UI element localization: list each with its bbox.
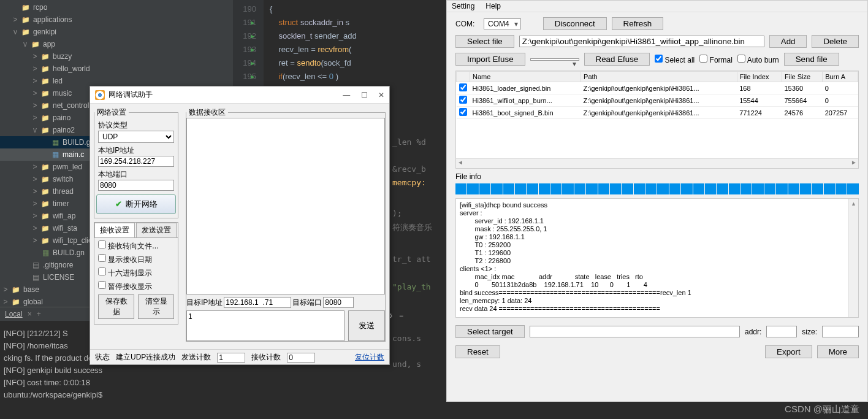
chk-forward-file[interactable]: 接收转向文件... [98,240,174,252]
clear-display-button[interactable]: 清空显示 [138,294,174,319]
row-checkbox[interactable] [459,96,467,104]
disconnect-button[interactable]: ✔断开网络 [96,194,176,214]
table-row[interactable]: Hi3861_boot_signed_B.binZ:\genkipi\out\g… [457,107,858,119]
tree-folder[interactable]: >applications [0,13,233,26]
table-row[interactable]: Hi3861_loader_signed.binZ:\genkipi\out\g… [457,82,858,94]
efuse-select[interactable] [530,58,579,61]
folder-icon [40,64,50,73]
chevron-icon: v [22,40,28,48]
read-efuse-button[interactable]: Read Efuse [584,53,650,66]
close-icon[interactable]: ✕ [378,91,384,99]
export-button[interactable]: Export [765,345,812,358]
folder-icon [40,175,50,183]
add-tab-icon[interactable]: + [37,310,41,318]
window-titlebar[interactable]: 网络调试助手 — ☐ ✕ [90,86,389,104]
table-row[interactable]: Hi3861_wifiiot_app_burn...Z:\genkipi\out… [457,94,858,107]
tree-label: paino [53,113,70,122]
chevron-icon: > [32,175,38,183]
row-checkbox[interactable] [459,83,467,91]
reset-counter-link[interactable]: 复位计数 [355,352,384,363]
recv-area-group: 数据接收区 目标IP地址 目标端口 1 发送 [186,107,386,342]
tree-folder[interactable]: >led [0,75,233,87]
v-scrollbar[interactable] [848,199,858,317]
code-area[interactable]: { struct sockaddr_in s socklen_t sender_… [270,0,447,83]
chevron-icon: > [32,224,38,233]
select-all-checkbox[interactable]: Select all [655,55,695,64]
folder-icon [40,163,50,171]
recv-count [287,353,315,363]
close-tab-icon[interactable]: × [28,310,32,318]
minus-icon[interactable]: − [399,312,403,320]
local-tab[interactable]: Local [5,310,23,318]
tree-label: led [53,77,63,85]
code-fragment: tr_t att [392,255,431,264]
tree-label: app [43,40,55,48]
local-ip-input[interactable] [98,156,174,167]
chevron-icon: > [2,298,9,306]
target-input[interactable] [530,326,740,337]
tree-folder[interactable]: vapp [0,38,233,50]
code-fragment: 符演奏音乐 [392,222,432,233]
delete-button[interactable]: Delete [812,35,859,48]
folder-icon [21,28,31,36]
formal-checkbox[interactable]: Formal [699,55,733,64]
tab-send-settings[interactable]: 发送设置 [136,223,177,237]
add-button[interactable]: Add [769,35,807,48]
select-file-button[interactable]: Select file [455,35,514,48]
tab-recv-settings[interactable]: 接收设置 [94,223,135,237]
minimize-icon[interactable]: — [343,91,350,99]
tree-label: genkipi [33,28,56,36]
chk-hex-display[interactable]: 十六进制显示 [98,267,174,279]
refresh-button[interactable]: Refresh [612,17,664,30]
tree-folder[interactable]: rcpo [0,1,233,13]
table-header[interactable]: Name [470,72,581,82]
folder-icon [11,285,21,294]
local-port-input[interactable] [98,180,174,191]
code-fragment: memcpy: [392,178,426,187]
protocol-select[interactable]: UDP [98,131,174,143]
row-checkbox[interactable] [459,108,467,116]
recv-textarea[interactable] [186,118,385,294]
tree-folder[interactable]: vgenkipi [0,26,233,38]
network-settings-group: 网络设置 协议类型 UDP 本地IP地址 本地端口 ✔断开网络 [94,107,178,218]
dest-port-input[interactable] [323,297,354,308]
size-input[interactable] [822,326,859,337]
table-header[interactable]: File Size [782,72,823,82]
menu-setting[interactable]: Setting [452,2,474,10]
folder-icon [11,298,21,306]
chk-show-date[interactable]: 显示接收日期 [98,254,174,265]
folder-icon [40,236,50,245]
tree-label: BUILD.gn [53,248,85,257]
chk-pause-recv[interactable]: 暂停接收显示 [98,281,174,292]
table-header[interactable]: Path [581,72,737,82]
addr-input[interactable] [766,326,797,337]
send-button[interactable]: 发送 [348,310,385,341]
tree-folder[interactable]: >buzzy [0,50,233,63]
table-header[interactable]: Burn A [823,72,858,82]
send-textarea[interactable]: 1 [186,310,345,341]
dest-ip-input[interactable] [224,297,291,308]
send-file-button[interactable]: Send file [784,53,839,66]
auto-burn-checkbox[interactable]: Auto burn [737,55,779,64]
tree-label: music [53,89,72,98]
tree-label: buzzy [53,52,72,61]
tree-label: base [23,285,39,294]
more-button[interactable]: More [817,345,859,358]
select-target-button[interactable]: Select target [455,325,525,338]
save-data-button[interactable]: 保存数据 [98,294,134,319]
table-header[interactable]: File Index [737,72,782,82]
folder-icon [40,113,50,122]
code-fragment: &recv_b [392,164,426,174]
log-output[interactable]: [wifi_sta]dhcp bound success server : se… [455,198,859,318]
tree-folder[interactable]: >hello_world [0,63,233,75]
file-path-input[interactable] [519,36,764,47]
reset-button[interactable]: Reset [455,345,500,358]
menu-help[interactable]: Help [485,2,501,10]
com-select[interactable]: COM4 [484,18,521,29]
table-header[interactable] [457,72,470,82]
h-scrollbar[interactable] [456,158,858,168]
file-table[interactable]: NamePathFile IndexFile SizeBurn AHi3861_… [455,71,859,169]
disconnect-button[interactable]: Disconnect [543,17,607,30]
maximize-icon[interactable]: ☐ [361,91,368,99]
import-efuse-button[interactable]: Import Efuse [455,53,525,66]
